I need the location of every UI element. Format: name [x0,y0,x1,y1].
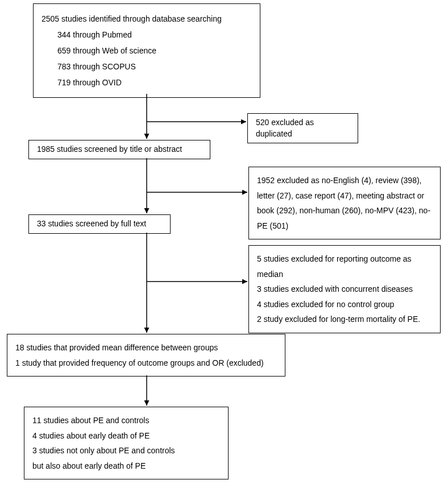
box-final: 11 studies about PE and controls 4 studi… [24,407,229,479]
box-screened-full: 33 studies screened by full text [28,214,171,234]
identified-item-ovid: 719 through OVID [42,75,252,90]
final-l2: 4 studies about early death of PE [32,428,220,444]
identified-item-pubmed: 344 through Pubmed [42,27,252,43]
screened-full-text: 33 studies screened by full text [37,219,146,228]
provided-l2: 1 study that provided frequency of outco… [15,355,277,371]
dup-text: 520 excluded as duplicated [256,118,314,138]
excl-full-l1: 5 studies excluded for reporting outcome… [257,251,432,282]
box-identified: 2505 studies identified through database… [33,3,260,98]
excl-full-l4: 2 study excluded for long-term mortality… [257,312,432,327]
final-l4: but also about early death of PE [32,458,220,474]
identified-item-wos: 659 through Web of science [42,43,252,59]
box-provided: 18 studies that provided mean difference… [7,334,285,377]
identified-item-scopus: 783 through SCOPUS [42,59,252,75]
excl-full-l2: 3 studies excluded with concurrent disea… [257,282,432,297]
final-l1: 11 studies about PE and controls [32,413,220,428]
box-screened-title: 1985 studies screened by title or abstra… [28,140,210,159]
box-excluded-duplicated: 520 excluded as duplicated [247,113,358,143]
provided-l1: 18 studies that provided mean difference… [15,340,277,355]
screened-title-text: 1985 studies screened by title or abstra… [37,144,182,154]
identified-header: 2505 studies identified through database… [42,11,252,27]
final-l3: 3 studies not only about PE and controls [32,443,220,458]
box-excluded-fulltext: 5 studies excluded for reporting outcome… [248,245,441,333]
excl1952-text: 1952 excluded as no-English (4), review … [257,176,430,230]
box-excluded-1952: 1952 excluded as no-English (4), review … [248,167,441,239]
excl-full-l3: 4 studies excluded for no control group [257,297,432,312]
